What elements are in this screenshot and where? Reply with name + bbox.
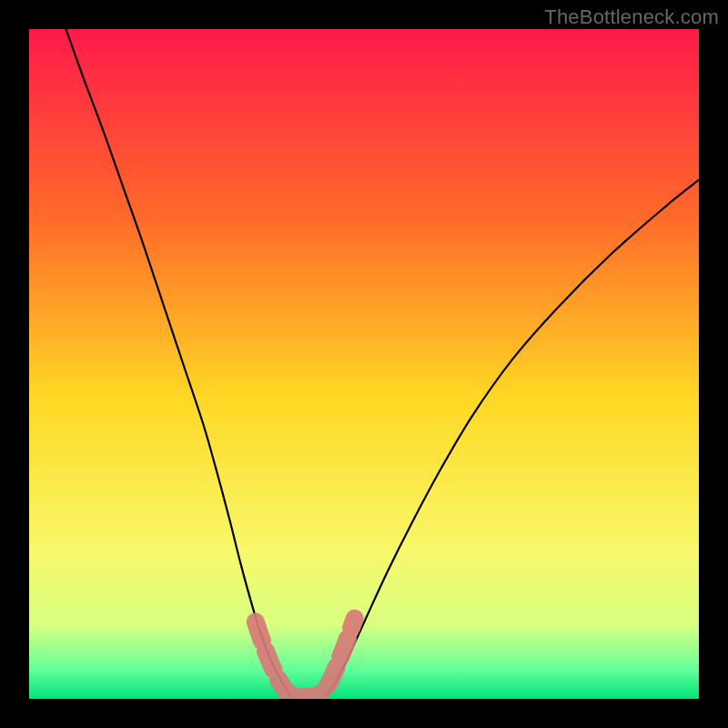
watermark-text: TheBottleneck.com xyxy=(544,5,719,29)
plot-area xyxy=(29,29,699,699)
chart-svg xyxy=(29,29,699,699)
gradient-background xyxy=(29,29,699,699)
chart-frame: TheBottleneck.com xyxy=(0,0,728,728)
